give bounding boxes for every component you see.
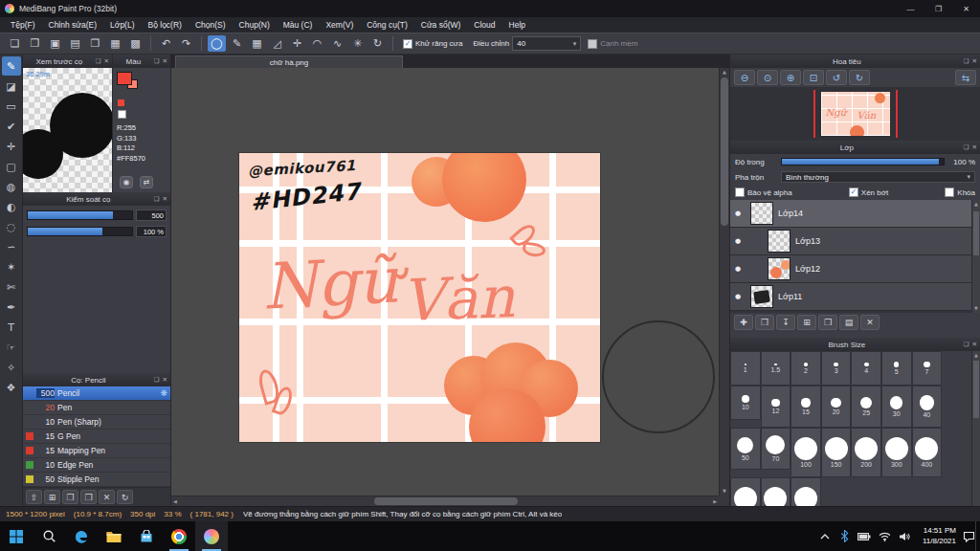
store-icon[interactable] <box>130 521 163 551</box>
delete-layer-icon[interactable]: ✕ <box>860 315 880 330</box>
layer-material-icon[interactable]: ▤ <box>839 315 858 330</box>
rotate-left-icon[interactable]: ↺ <box>826 70 847 85</box>
brush-size-option[interactable]: 70 <box>761 428 791 470</box>
clear-layer-icon[interactable]: ⊞ <box>797 315 816 330</box>
select-rect-tool[interactable]: ▭ <box>2 97 21 116</box>
zoom-reset-icon[interactable]: ⊙ <box>757 70 778 85</box>
gradient-tool[interactable]: ◐ <box>2 197 21 216</box>
copy-canvas-icon[interactable]: ❐ <box>86 35 104 52</box>
windows-start-icon[interactable] <box>0 521 33 551</box>
menu-item[interactable]: Công cụ(T) <box>360 17 414 33</box>
panel-float-icon[interactable]: ❏ <box>154 376 160 384</box>
new-layer-icon[interactable]: ✚ <box>734 315 753 330</box>
minimize-button[interactable]: — <box>897 0 924 17</box>
pick-tool[interactable]: ☞ <box>2 338 21 357</box>
menu-item[interactable]: Màu (C) <box>277 17 320 33</box>
export-icon[interactable]: ▤ <box>66 35 84 52</box>
scroll-right-icon[interactable]: ▶ <box>713 499 717 504</box>
brush-opacity-value[interactable]: 100 % <box>136 226 167 237</box>
scrollbar-thumb[interactable] <box>973 211 979 255</box>
brush-size-option[interactable]: 15 <box>791 386 821 428</box>
brush-folder-icon[interactable]: ❒ <box>80 490 97 504</box>
duplicate-layer-icon[interactable]: ❐ <box>755 315 774 330</box>
delete-brush-icon[interactable]: ✕ <box>99 490 115 504</box>
canvas-horizontal-scrollbar[interactable]: ◀ ▶ <box>171 496 719 506</box>
brush-size-option[interactable]: 10 <box>730 386 761 420</box>
bucket-tool[interactable]: ◍ <box>2 177 21 196</box>
zoom-in-icon[interactable]: ⊕ <box>780 70 801 85</box>
layer-visibility-icon[interactable]: ● <box>730 209 746 217</box>
panel-close-icon[interactable]: ✕ <box>972 57 977 65</box>
panel-float-icon[interactable]: ❏ <box>964 57 969 65</box>
brush-size-option[interactable]: 1.5 <box>761 351 791 386</box>
adjust-dropdown[interactable]: 40 ▾ <box>512 36 581 51</box>
menu-item[interactable]: Lớp(L) <box>103 17 141 33</box>
snap-radial-icon[interactable]: ✳ <box>348 35 367 52</box>
brush-size-option[interactable]: 20 <box>821 386 852 428</box>
brush-size-option[interactable]: 5 <box>881 351 912 386</box>
select-pen-tool[interactable]: ✔ <box>2 117 21 136</box>
sync-brush-icon[interactable]: ↻ <box>117 490 133 504</box>
panel-close-icon[interactable]: ✕ <box>163 57 167 65</box>
brush-size-option[interactable]: 25 <box>851 386 881 428</box>
menu-item[interactable]: Tệp(F) <box>4 17 42 33</box>
undo-icon[interactable]: ↶ <box>157 35 175 52</box>
duplicate-brush-icon[interactable]: ❐ <box>62 490 78 504</box>
brush-up-icon[interactable]: ⇧ <box>26 490 42 504</box>
menu-item[interactable]: Cloud <box>467 17 501 33</box>
canvas-tab[interactable]: chữ hà.png <box>175 55 403 68</box>
select-ellipse-tool[interactable]: ◌ <box>2 217 21 236</box>
brush-size-option[interactable]: 200 <box>851 428 881 477</box>
brush-size-option[interactable]: 100 <box>791 428 821 477</box>
chrome-icon[interactable] <box>163 521 195 551</box>
snap-curve-icon[interactable]: ∿ <box>328 35 346 52</box>
merge-down-icon[interactable]: ↧ <box>776 315 795 330</box>
brush-list-item[interactable]: 15Mapping Pen <box>23 444 170 458</box>
new-folder-icon[interactable]: ❒ <box>818 315 837 330</box>
panel-close-icon[interactable]: ✕ <box>104 57 109 65</box>
foreground-color-swatch[interactable] <box>117 72 132 85</box>
save-icon[interactable]: ▣ <box>46 35 64 52</box>
panel-float-icon[interactable]: ❏ <box>154 195 160 203</box>
wifi-icon[interactable] <box>879 530 891 543</box>
open-file-icon[interactable]: ❒ <box>26 35 44 52</box>
brush-size-option[interactable]: 50 <box>730 428 761 470</box>
brush-list-item[interactable]: 20Pen <box>23 401 170 415</box>
panel-close-icon[interactable]: ✕ <box>972 341 977 348</box>
show-desktop-button[interactable] <box>975 521 980 551</box>
panel-close-icon[interactable]: ✕ <box>163 376 167 384</box>
layer-visibility-icon[interactable]: ● <box>730 293 746 300</box>
swap-colors-icon[interactable]: ⇄ <box>140 176 153 188</box>
eyedropper-tool[interactable]: ✧ <box>2 358 21 377</box>
antialias-checkbox[interactable]: ✓ Khử răng cưa <box>403 39 462 49</box>
brush-size-option[interactable]: 300 <box>881 428 912 477</box>
eraser-tool[interactable]: ◪ <box>2 77 21 96</box>
brush-list-item[interactable]: 10Edge Pen <box>23 458 170 473</box>
text-tool[interactable]: T <box>2 318 21 337</box>
brush-size-slider[interactable] <box>27 210 133 220</box>
navigator-preview[interactable]: Ngữ Văn <box>730 87 980 141</box>
scroll-down-icon[interactable]: ▼ <box>972 306 980 311</box>
edge-icon[interactable] <box>65 521 98 551</box>
brush-opacity-slider[interactable] <box>27 227 133 236</box>
panel-float-icon[interactable]: ❏ <box>96 57 101 65</box>
layer-row[interactable]: ●Lớp11 <box>730 283 971 311</box>
brush-size-scrollbar[interactable]: ▲ ▼ <box>971 351 980 527</box>
scroll-up-icon[interactable]: ▲ <box>972 202 980 207</box>
layer-visibility-icon[interactable]: ● <box>730 237 746 245</box>
magic-wand-tool[interactable]: ✶ <box>2 257 21 276</box>
lock-checkbox[interactable]: Khóa <box>945 187 975 197</box>
soft-edge-checkbox[interactable]: Cạnh mềm <box>588 39 637 49</box>
brush-size-option[interactable]: 4 <box>851 351 881 386</box>
scrollbar-thumb[interactable] <box>374 497 518 505</box>
panel-float-icon[interactable]: ❏ <box>964 341 969 348</box>
brush-size-option[interactable]: 7 <box>912 351 943 386</box>
snap-settings-icon[interactable]: ↻ <box>368 35 387 52</box>
panel-float-icon[interactable]: ❏ <box>154 57 160 65</box>
checkbox-icon[interactable] <box>945 187 954 197</box>
checkbox-icon[interactable]: ✓ <box>849 187 858 197</box>
restore-button[interactable]: ❐ <box>924 0 952 17</box>
recent-color-swatch[interactable] <box>118 99 124 106</box>
brush-size-value[interactable]: 500 <box>136 209 167 221</box>
volume-icon[interactable] <box>899 530 910 543</box>
